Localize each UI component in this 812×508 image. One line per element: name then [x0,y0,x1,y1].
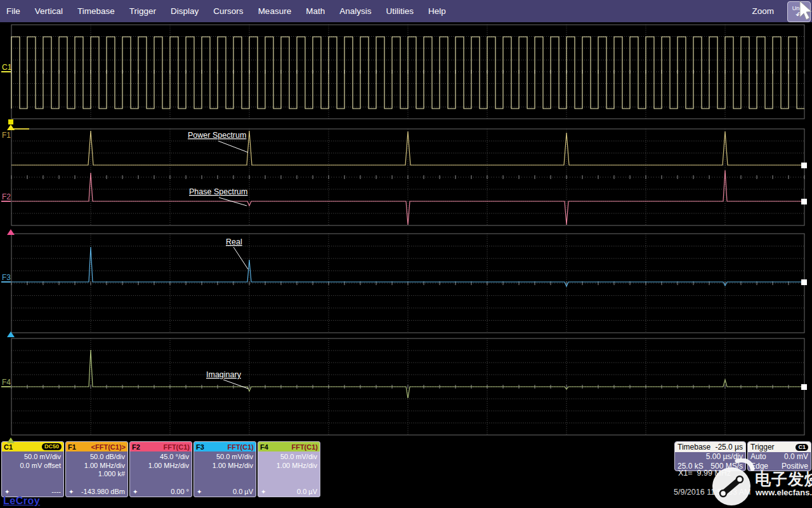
menu-item-trigger[interactable]: Trigger [129,6,156,16]
level-marker-icon [7,229,15,235]
trace-label-c1: C1 [2,63,12,72]
trace-edge-marker [801,384,807,390]
menu-item-analysis[interactable]: Analysis [339,6,371,16]
trigger-marker-icon [8,119,13,124]
trace-label-f2: F2 [2,192,11,201]
menu-item-utilities[interactable]: Utilities [386,6,414,16]
trace-label-f4: F4 [2,378,11,387]
waveform-display[interactable]: C1F1F2F3F4Power SpectrumPhase SpectrumRe… [0,0,812,508]
menu-item-math[interactable]: Math [306,6,325,16]
trace-f4 [11,350,804,398]
level-marker-icon [7,331,15,337]
level-marker-icon [7,438,15,443]
menu-item-file[interactable]: File [6,6,20,16]
menu-items: FileVerticalTimebaseTriggerDisplayCursor… [6,6,446,16]
lecroy-logo: LeCroy [3,495,40,507]
mouse-cursor-icon [798,1,812,21]
trace-label-f1: F1 [2,131,11,140]
annotation-label: Real [226,237,242,246]
menu-item-vertical[interactable]: Vertical [35,6,63,16]
trace-c1 [11,37,804,109]
watermark-title: 电子发烧友 [755,469,812,490]
menu-item-timebase[interactable]: Timebase [77,6,115,16]
menu-item-help[interactable]: Help [428,6,446,16]
annotation-label: Phase Spectrum [189,187,247,196]
annotation-label: Imaginary [206,370,242,379]
annotation-label: Power Spectrum [188,131,246,140]
menu-item-cursors[interactable]: Cursors [213,6,243,16]
trace-edge-marker [801,279,807,285]
oscilloscope-screen: C1F1F2F3F4Power SpectrumPhase SpectrumRe… [0,0,812,508]
menu-item-zoom[interactable]: Zoom [752,6,774,16]
trace-edge-marker [801,199,807,204]
trace-edge-marker [801,163,807,168]
menu-item-measure[interactable]: Measure [258,6,292,16]
trace-label-f3: F3 [2,273,11,282]
level-marker-icon [7,124,15,130]
menu-bar: FileVerticalTimebaseTriggerDisplayCursor… [0,0,812,22]
watermark-url: www.elecfans.com [756,488,812,497]
menu-item-display[interactable]: Display [171,6,199,16]
